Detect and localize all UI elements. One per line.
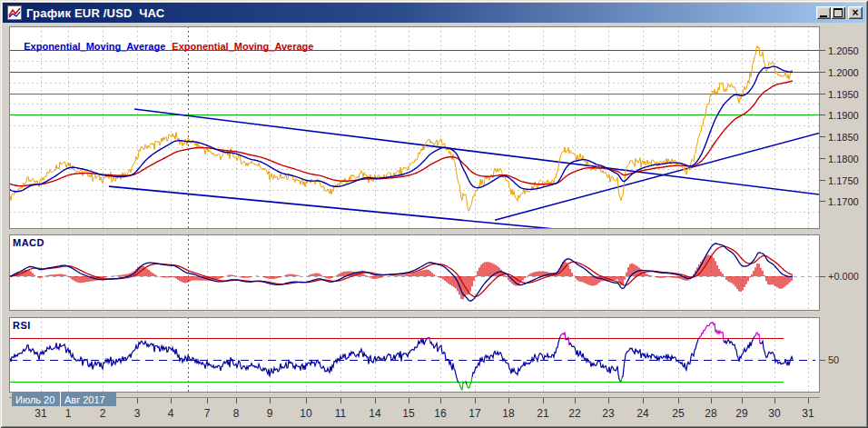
day-label: 3	[134, 407, 141, 420]
macd-panel[interactable]	[9, 234, 820, 311]
rsi-panel[interactable]	[9, 317, 820, 393]
maximize-icon	[833, 8, 843, 17]
day-label: 1	[65, 407, 72, 420]
rsi-panel-label: RSI	[13, 320, 31, 331]
day-label: 16	[434, 407, 447, 420]
day-label: 31	[802, 407, 814, 420]
day-label: 14	[369, 407, 381, 420]
minimize-icon	[820, 15, 827, 17]
chart-window: 1.20501.20001.19501.19001.18501.18001.17…	[0, 0, 868, 428]
price-axis-label: 1.1850	[828, 132, 859, 143]
day-label: 31	[35, 407, 47, 420]
day-label: 4	[168, 407, 174, 420]
price-axis-label: 1.1700	[828, 196, 859, 207]
day-label: 24	[636, 407, 649, 420]
day-label: 22	[568, 407, 581, 420]
day-label: 18	[502, 407, 515, 420]
day-label: 9	[267, 407, 273, 420]
close-icon: ×	[852, 7, 858, 18]
price-axis-label: 1.2000	[828, 67, 859, 78]
day-label: 30	[768, 407, 781, 420]
macd-zero-label: +0.000	[828, 271, 859, 282]
day-label: 8	[233, 407, 240, 420]
price-axis-label: 1.2050	[828, 45, 859, 56]
price-axis-label: 1.1950	[828, 89, 859, 100]
day-label: 11	[335, 407, 347, 420]
ema-legend: Exponential_Moving_AverageExponential_Mo…	[13, 30, 313, 63]
day-label: 28	[705, 407, 717, 420]
maximize-button[interactable]	[831, 6, 845, 19]
close-button[interactable]: ×	[848, 6, 863, 19]
ema-fast-legend-label: Exponential_Moving_Average	[24, 41, 165, 52]
day-label: 23	[602, 407, 615, 420]
macd-panel-label: MACD	[13, 237, 44, 248]
title-bar[interactable]: График EUR /USD ЧАС ×	[3, 3, 865, 23]
minimize-button[interactable]	[816, 6, 831, 19]
day-label: 29	[735, 407, 748, 420]
day-label: 17	[469, 407, 481, 420]
day-label: 10	[300, 407, 312, 420]
price-axis-label: 1.1800	[828, 154, 859, 164]
day-label: 25	[672, 407, 685, 420]
month-box-label: Авг 2017	[64, 394, 105, 405]
day-label: 7	[204, 407, 211, 420]
chart-svg: 1.20501.20001.19501.19001.18501.18001.17…	[0, 0, 868, 428]
month-box-label: Июль 20	[15, 394, 54, 405]
window-title: График EUR /USD ЧАС	[26, 6, 816, 20]
ema-slow-legend-label: Exponential_Moving_Average	[172, 41, 313, 52]
day-label: 21	[537, 407, 549, 420]
app-icon[interactable]	[7, 5, 22, 20]
day-label: 15	[402, 407, 415, 420]
day-label: 2	[100, 407, 106, 420]
rsi-mid-label: 50	[828, 354, 839, 365]
price-axis-label: 1.1900	[828, 110, 859, 121]
price-axis-label: 1.1750	[828, 175, 859, 186]
